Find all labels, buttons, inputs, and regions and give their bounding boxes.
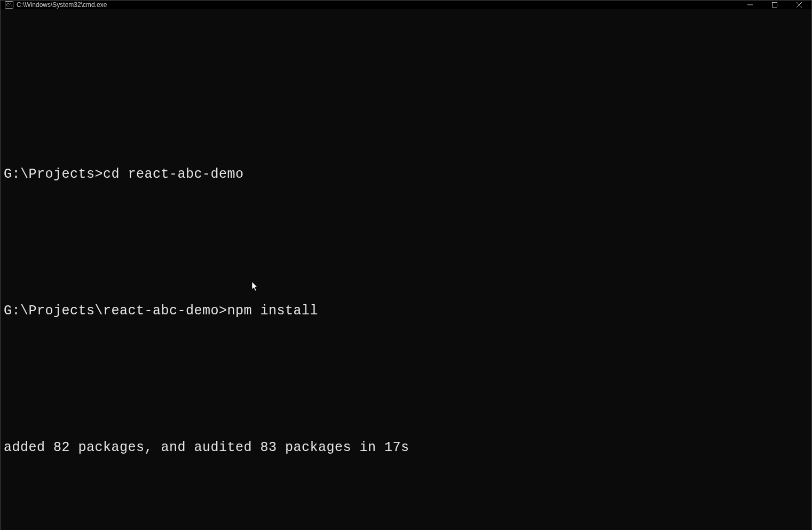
terminal-line: G:\Projects>cd react-abc-demo	[4, 166, 809, 183]
window-title: C:\Windows\System32\cmd.exe	[17, 1, 107, 9]
minimize-icon	[747, 2, 753, 7]
cmd-window: C:\ C:\Windows\System32\cmd.exe	[0, 0, 812, 530]
titlebar[interactable]: C:\ C:\Windows\System32\cmd.exe	[1, 1, 811, 9]
terminal-area[interactable]: G:\Projects>cd react-abc-demo G:\Project…	[1, 9, 811, 530]
minimize-button[interactable]	[738, 1, 762, 9]
close-icon	[797, 2, 802, 7]
output-line: added 82 packages, and audited 83 packag…	[4, 439, 809, 456]
window-controls	[738, 1, 811, 9]
prompt: G:\Projects\react-abc-demo>	[4, 303, 227, 319]
svg-rect-3	[772, 3, 777, 7]
close-button[interactable]	[787, 1, 811, 9]
command: npm install	[227, 303, 319, 319]
maximize-button[interactable]	[762, 1, 787, 9]
maximize-icon	[772, 2, 777, 7]
cmd-icon: C:\	[5, 1, 13, 9]
prompt: G:\Projects>	[4, 167, 103, 182]
mouse-pointer-icon	[251, 281, 259, 292]
terminal-line: G:\Projects\react-abc-demo>npm install	[4, 303, 809, 320]
command: cd react-abc-demo	[103, 167, 244, 182]
svg-text:C:\: C:\	[6, 3, 12, 7]
